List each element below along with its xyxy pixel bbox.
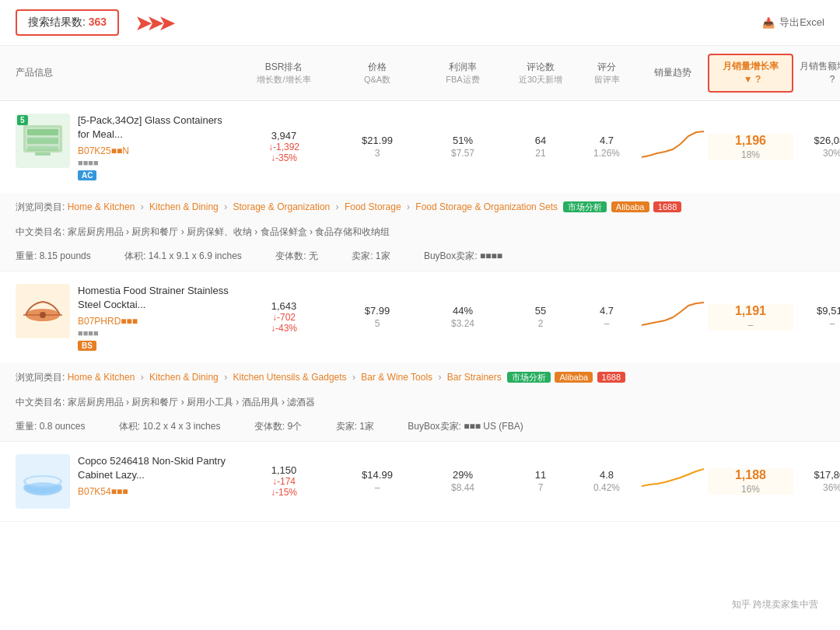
top-bar-left: 搜索结果数: 363 ➤ ➤ ➤ <box>16 9 176 36</box>
col-rating: 评分 留评率 <box>576 61 638 86</box>
product-badge-ac: AC <box>78 170 96 180</box>
trend-chart-3 <box>642 464 704 495</box>
product-name-3: Copco 5246418 Non-Skid Pantry Cabinet La… <box>78 454 233 482</box>
product-thumbnail-2 <box>19 288 66 334</box>
col-reviews: 评论数 近30天新增 <box>506 61 576 86</box>
browse-category-2: 浏览同类目: Home & Kitchen › Kitchen & Dining… <box>0 363 840 393</box>
browse-link-kd2[interactable]: Kitchen & Dining <box>149 372 219 383</box>
product-reviews-3: 11 7 <box>506 469 576 493</box>
product-asin-2[interactable]: B07PHRD■■■ <box>78 316 138 327</box>
product-monthly-sales-1: 1,196 18% <box>708 134 793 160</box>
product-profit-2: 44% $3.24 <box>420 305 506 329</box>
browse-category-1: 浏览同类目: Home & Kitchen › Kitchen & Dining… <box>0 193 840 222</box>
product-badge-num: 5 <box>17 115 28 125</box>
detail-row-specs-2: 重量: 0.8 ounces 体积: 10.2 x 4 x 3 inches 变… <box>0 417 840 441</box>
product-asin-1[interactable]: B07K25■■N <box>78 145 129 156</box>
browse-link-1[interactable]: Home & Kitchen <box>68 201 135 212</box>
product-monthly-sales-2: 1,191 – <box>708 304 793 331</box>
product-store-2: ■■■■ <box>78 328 233 338</box>
tag-alibaba-2[interactable]: Alibaba <box>555 372 593 383</box>
weight-1: 重量: 8.15 pounds <box>16 250 107 261</box>
browse-link-3[interactable]: Storage & Organization <box>233 201 330 212</box>
product-name-1: [5-Pack,34Oz] Glass Containers for Meal.… <box>78 114 233 142</box>
product-rating-2: 4.7 – <box>576 305 638 329</box>
table-header: 产品信息 BSR排名 增长数/增长率 价格 Q&A数 利润率 FBA运费 评论数… <box>0 46 840 101</box>
product-image-2 <box>16 284 70 338</box>
volume-2: 体积: 10.2 x 4 x 3 inches <box>119 421 236 432</box>
volume-1: 体积: 14.1 x 9.1 x 6.9 inches <box>124 250 257 261</box>
arrow-container: ➤ ➤ ➤ <box>135 10 176 36</box>
product-reviews-1: 64 21 <box>506 135 576 159</box>
buybox-1: BuyBox卖家: ■■■■ <box>424 250 502 261</box>
col-trend[interactable]: 销量趋势 <box>638 66 708 79</box>
tag-market-1[interactable]: 市场分析 <box>563 201 607 212</box>
search-label: 搜索结果数: <box>28 16 86 28</box>
product-name-2: Homestia Food Strainer Stainless Steel C… <box>78 284 233 312</box>
product-profit-1: 51% $7.57 <box>420 135 506 159</box>
product-trend-1 <box>638 130 708 163</box>
product-rating-1: 4.7 1.26% <box>576 135 638 159</box>
product-reviews-2: 55 2 <box>506 305 576 329</box>
product-bsr-2: 1,643 ↓-702 ↓-43% <box>233 300 334 334</box>
svg-rect-5 <box>35 152 51 156</box>
tag-1688-2[interactable]: 1688 <box>597 372 625 383</box>
svg-point-12 <box>26 482 60 493</box>
browse-link-2[interactable]: Kitchen & Dining <box>149 201 219 212</box>
top-bar: 搜索结果数: 363 ➤ ➤ ➤ 📥 导出Excel <box>0 0 840 46</box>
product-store-1: ■■■■ <box>78 158 233 167</box>
product-badge-bs: BS <box>78 341 96 351</box>
browse-link-4[interactable]: Food Storage <box>345 201 401 212</box>
svg-rect-2 <box>27 129 58 135</box>
product-trend-2 <box>638 300 708 334</box>
product-price-3: $14.99 – <box>334 469 420 493</box>
tag-1688-1[interactable]: 1688 <box>653 201 681 212</box>
question-icon-2: ? <box>830 74 835 85</box>
product-details-1: [5-Pack,34Oz] Glass Containers for Meal.… <box>78 114 233 180</box>
trend-chart-2 <box>642 300 704 331</box>
product-asin-3[interactable]: B07K54■■■ <box>78 486 128 497</box>
buybox-2: BuyBox卖家: ■■■ US (FBA) <box>408 421 538 432</box>
variants-2: 变体数: 9个 <box>254 421 317 432</box>
product-section-3: Copco 5246418 Non-Skid Pantry Cabinet La… <box>0 442 840 522</box>
search-count: 363 <box>89 16 107 28</box>
svg-rect-3 <box>27 138 58 144</box>
export-excel-button[interactable]: 📥 导出Excel <box>762 16 824 30</box>
question-icon: ? <box>755 74 761 85</box>
col-monthly-sales[interactable]: 月销量增长率 ▼ ? <box>708 54 793 93</box>
sort-icon: ▼ <box>744 74 753 85</box>
export-icon: 📥 <box>762 17 775 29</box>
product-price-2: $7.99 5 <box>334 305 420 329</box>
browse-link-bs2[interactable]: Bar Strainers <box>447 372 502 383</box>
col-monthly-revenue: 月销售额增长率 ? <box>793 60 840 86</box>
col-bsr: BSR排名 增长数/增长率 <box>233 61 334 86</box>
product-rating-3: 4.8 0.42% <box>576 469 638 493</box>
tag-market-2[interactable]: 市场分析 <box>507 372 551 383</box>
product-details-2: Homestia Food Strainer Stainless Steel C… <box>78 284 233 351</box>
table-row: Homestia Food Strainer Stainless Steel C… <box>0 271 840 363</box>
browse-link-bw2[interactable]: Bar & Wine Tools <box>361 372 432 383</box>
browse-link-h2[interactable]: Home & Kitchen <box>68 372 135 383</box>
product-info-3: Copco 5246418 Non-Skid Pantry Cabinet La… <box>16 454 233 509</box>
product-trend-3 <box>638 464 708 498</box>
browse-link-ku2[interactable]: Kitchen Utensils & Gadgets <box>233 372 346 383</box>
product-section-1: 5 [5-Pack,34Oz] Glass Containers for Mea… <box>0 101 840 271</box>
product-bsr-1: 3,947 ↓-1,392 ↓-35% <box>233 130 334 163</box>
svg-point-8 <box>40 312 46 318</box>
product-monthly-revenue-2: $9,516 – <box>793 305 840 329</box>
weight-2: 重量: 0.8 ounces <box>16 421 100 432</box>
detail-row-2: 中文类目名: 家居厨房用品 › 厨房和餐厅 › 厨用小工具 › 酒品用具 › 滤… <box>0 393 840 417</box>
product-price-1: $21.99 3 <box>334 135 420 159</box>
product-info-1: 5 [5-Pack,34Oz] Glass Containers for Mea… <box>16 114 233 180</box>
col-product: 产品信息 <box>16 66 233 79</box>
product-image-1: 5 <box>16 114 70 168</box>
product-section-2: Homestia Food Strainer Stainless Steel C… <box>0 271 840 442</box>
table-row: 5 [5-Pack,34Oz] Glass Containers for Mea… <box>0 101 840 193</box>
trend-chart-1 <box>642 130 704 161</box>
svg-rect-4 <box>27 146 58 151</box>
browse-link-5[interactable]: Food Storage & Organization Sets <box>415 201 558 212</box>
tag-alibaba-1[interactable]: Alibaba <box>611 201 649 212</box>
product-monthly-sales-3: 1,188 16% <box>708 468 793 495</box>
col-price: 价格 Q&A数 <box>334 61 420 86</box>
product-monthly-revenue-3: $17,808 36% <box>793 469 840 493</box>
product-bsr-3: 1,150 ↓-174 ↓-15% <box>233 464 334 498</box>
